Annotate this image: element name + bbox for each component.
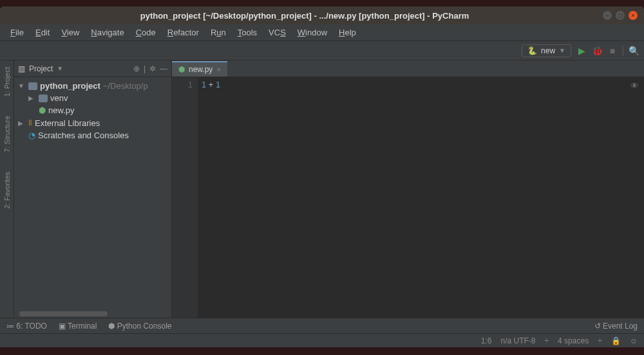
tree-scratches[interactable]: ◔ Scratches and Consoles bbox=[14, 129, 171, 141]
locate-icon[interactable]: ⊕ bbox=[133, 64, 140, 73]
separator-icon: ÷ bbox=[545, 336, 549, 345]
menu-code[interactable]: Code bbox=[131, 26, 161, 39]
menu-vcs[interactable]: VCS bbox=[263, 26, 291, 39]
scratch-icon: ◔ bbox=[28, 131, 35, 140]
menubar: File Edit View Navigate Code Refactor Ru… bbox=[0, 24, 644, 41]
editor-area: ⬢ new.py × 1 1 + 1 👁 bbox=[172, 60, 644, 318]
tree-item-newpy[interactable]: ⬢ new.py bbox=[14, 104, 171, 116]
python-file-icon: ⬢ bbox=[39, 105, 46, 115]
separator bbox=[623, 46, 623, 56]
maximize-icon[interactable]: ◻ bbox=[616, 11, 625, 20]
library-icon: ⫴ bbox=[28, 118, 32, 128]
root-path: ~/Desktop/p bbox=[103, 81, 148, 91]
project-tree[interactable]: ▼ python_project ~/Desktop/p ▶ venv ⬢ ne… bbox=[14, 77, 171, 144]
bottom-tool-strip: ≔ 6: TODO ▣ Terminal ⬢ Python Console ↺ … bbox=[0, 318, 644, 333]
menu-help[interactable]: Help bbox=[334, 26, 361, 39]
menu-tools[interactable]: Tools bbox=[232, 26, 262, 39]
menu-refactor[interactable]: Refactor bbox=[162, 26, 204, 39]
status-bar: 1:6 n/a UTF-8 ÷ 4 spaces ÷ 🔒 ☺ bbox=[0, 333, 644, 347]
item-label: new.py bbox=[48, 105, 74, 115]
code-content[interactable]: 1 + 1 bbox=[198, 77, 644, 318]
menu-file[interactable]: File bbox=[5, 26, 29, 39]
line-gutter: 1 bbox=[172, 77, 198, 318]
menu-edit[interactable]: Edit bbox=[30, 26, 55, 39]
tree-root[interactable]: ▼ python_project ~/Desktop/p bbox=[14, 80, 171, 92]
menu-view[interactable]: View bbox=[56, 26, 84, 39]
line-number: 1 bbox=[172, 80, 193, 89]
item-label: venv bbox=[50, 93, 68, 103]
project-sidebar: ▥ Project ▼ ⊕ | ✲ — ▼ python_project ~/D… bbox=[14, 60, 172, 318]
tool-python-console[interactable]: ⬢ Python Console bbox=[108, 322, 171, 331]
close-tab-icon[interactable]: × bbox=[216, 66, 220, 73]
scrollbar-thumb[interactable] bbox=[19, 311, 108, 316]
close-icon[interactable]: × bbox=[629, 11, 638, 20]
debug-button[interactable]: 🐞 bbox=[592, 46, 602, 56]
run-config-label: new bbox=[541, 46, 555, 55]
chevron-down-icon[interactable]: ▼ bbox=[57, 65, 63, 72]
chevron-down-icon: ▼ bbox=[559, 47, 565, 54]
divider-icon: | bbox=[144, 64, 146, 73]
inspection-eye-icon[interactable]: 👁 bbox=[630, 81, 639, 91]
sidebar-scrollbar[interactable] bbox=[19, 311, 166, 316]
root-name: python_project bbox=[40, 81, 100, 91]
event-log[interactable]: ↺ Event Log bbox=[594, 322, 638, 331]
tab-label: new.py bbox=[189, 65, 213, 74]
left-tool-strip: 1: Project 7: Structure 2: Favorites bbox=[0, 60, 14, 318]
folder-icon bbox=[28, 82, 37, 90]
indent[interactable]: 4 spaces bbox=[558, 336, 589, 345]
toolbar: 🐍 new ▼ ▶ 🐞 ■ 🔍 bbox=[0, 41, 644, 60]
project-view-icon: ▥ bbox=[18, 64, 25, 73]
menu-window[interactable]: Window bbox=[292, 26, 332, 39]
folder-icon bbox=[39, 95, 48, 102]
separator-icon: ÷ bbox=[598, 336, 602, 345]
window-controls: – ◻ × bbox=[603, 11, 638, 20]
titlebar[interactable]: python_project [~/Desktop/python_project… bbox=[0, 6, 644, 24]
sidebar-title[interactable]: Project bbox=[29, 64, 53, 73]
tool-terminal[interactable]: ▣ Terminal bbox=[59, 322, 97, 331]
encoding[interactable]: n/a UTF-8 bbox=[501, 336, 536, 345]
menu-navigate[interactable]: Navigate bbox=[86, 26, 129, 39]
lock-icon[interactable]: 🔒 bbox=[611, 336, 621, 345]
run-button[interactable]: ▶ bbox=[576, 46, 587, 56]
stop-button[interactable]: ■ bbox=[607, 46, 618, 56]
tool-todo[interactable]: ≔ 6: TODO bbox=[6, 322, 47, 331]
tab-newpy[interactable]: ⬢ new.py × bbox=[172, 61, 227, 77]
tree-item-venv[interactable]: ▶ venv bbox=[14, 92, 171, 104]
code-editor[interactable]: 1 1 + 1 👁 bbox=[172, 77, 644, 318]
expand-icon[interactable]: ▼ bbox=[18, 82, 26, 89]
item-label: External Libraries bbox=[35, 118, 100, 128]
menu-run[interactable]: Run bbox=[205, 26, 231, 39]
settings-icon[interactable]: ✲ bbox=[149, 64, 156, 73]
main-body: 1: Project 7: Structure 2: Favorites ▥ P… bbox=[0, 60, 644, 318]
run-config-selector[interactable]: 🐍 new ▼ bbox=[522, 44, 571, 57]
code-line[interactable]: 1 + 1 bbox=[202, 80, 644, 89]
python-icon: 🐍 bbox=[527, 46, 537, 55]
sidebar-header: ▥ Project ▼ ⊕ | ✲ — bbox=[14, 60, 171, 77]
window-title: python_project [~/Desktop/python_project… bbox=[6, 11, 603, 21]
tool-project[interactable]: 1: Project bbox=[3, 67, 11, 96]
expand-icon[interactable]: ▶ bbox=[28, 95, 36, 102]
pycharm-window: python_project [~/Desktop/python_project… bbox=[0, 6, 644, 347]
cursor-position[interactable]: 1:6 bbox=[481, 336, 492, 345]
tool-structure[interactable]: 7: Structure bbox=[3, 116, 11, 152]
collapse-icon[interactable]: — bbox=[160, 64, 167, 73]
tree-external-libraries[interactable]: ▶ ⫴ External Libraries bbox=[14, 116, 171, 129]
item-label: Scratches and Consoles bbox=[38, 131, 129, 140]
expand-icon[interactable]: ▶ bbox=[18, 120, 26, 127]
search-button[interactable]: 🔍 bbox=[629, 46, 639, 56]
inspector-icon[interactable]: ☺ bbox=[630, 336, 638, 345]
python-file-icon: ⬢ bbox=[178, 65, 185, 74]
minimize-icon[interactable]: – bbox=[603, 11, 612, 20]
editor-tabs: ⬢ new.py × bbox=[172, 60, 644, 77]
tool-favorites[interactable]: 2: Favorites bbox=[3, 172, 11, 208]
